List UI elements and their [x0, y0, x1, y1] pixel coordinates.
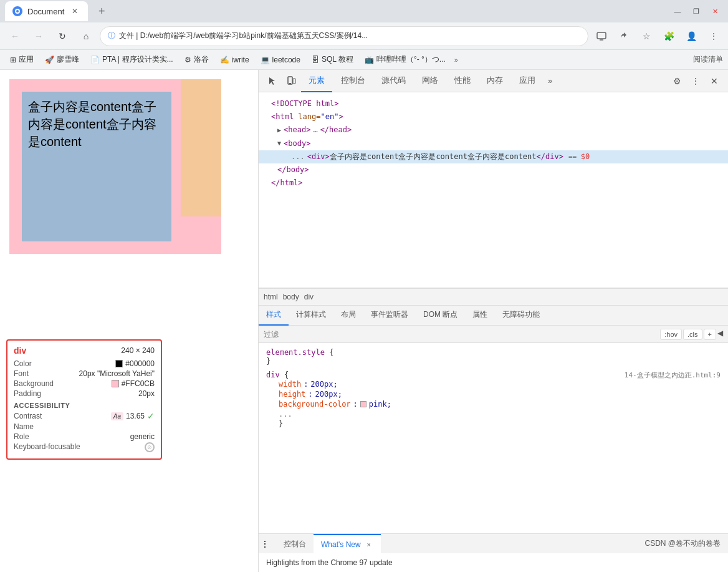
close-button[interactable]: ✕ — [707, 3, 723, 19]
bookmark-bilibili[interactable]: 📺 哔哩哔哩（°- °）つ... — [360, 52, 451, 67]
share-btn[interactable] — [615, 27, 633, 46]
bookmark-btn[interactable]: ☆ — [637, 27, 656, 46]
source-line-doctype: <!DOCTYPE html> — [259, 97, 728, 110]
devtools-tab-network[interactable]: 网络 — [414, 70, 446, 92]
reading-list-btn[interactable]: 阅读清单 — [693, 54, 723, 65]
breadcrumb-body[interactable]: body — [283, 293, 299, 301]
styles-tab-dombreakpoints[interactable]: DOM 断点 — [416, 306, 465, 326]
window-controls: — ❐ ✕ — [669, 3, 723, 19]
devtools-settings-btn[interactable]: ⚙ — [668, 72, 686, 90]
breadcrumb-html[interactable]: html — [264, 293, 278, 301]
filter-actions: :hov .cls + ◀ — [660, 329, 723, 340]
profile-btn[interactable]: 👤 — [682, 27, 701, 46]
apps-icon: ⊞ — [10, 56, 16, 64]
sql-icon: 🗄 — [312, 56, 319, 64]
prop-name: Name — [14, 422, 155, 431]
collapse-btn[interactable]: ◀ — [717, 329, 723, 340]
bookmark-apps[interactable]: ⊞ 应用 — [5, 52, 39, 67]
body-expand[interactable]: ▼ — [277, 138, 281, 148]
element-size: 240 × 240 — [121, 346, 155, 355]
cls-btn[interactable]: .cls — [683, 329, 702, 340]
devtools-tab-sources[interactable]: 源代码 — [374, 70, 413, 92]
webpage-content: 盒子内容是content盒子内容是content盒子内容是content div… — [0, 70, 258, 572]
devtools-tab-memory[interactable]: 内存 — [479, 70, 510, 92]
styles-filter-input[interactable] — [264, 327, 658, 341]
bookmarks-more[interactable]: » — [454, 56, 458, 64]
html-close-tag: </html> — [271, 177, 303, 189]
head-ellipsis[interactable]: … — [310, 124, 320, 136]
screenshare-btn[interactable] — [592, 27, 611, 46]
bookmark-sql[interactable]: 🗄 SQL 教程 — [307, 52, 358, 67]
prop-more-dots: ... — [279, 410, 292, 419]
head-expand[interactable]: ▶ — [277, 125, 281, 135]
prop-padding: Padding 20px — [14, 389, 155, 398]
bottom-three-dot[interactable]: ⋮ — [259, 538, 271, 550]
bilibili-icon: 📺 — [365, 56, 374, 64]
devtools-more-btn[interactable]: ⋮ — [687, 72, 704, 90]
bookmark-lxy-label: 廖雪峰 — [57, 54, 79, 65]
reading-list-label: 阅读清单 — [693, 54, 723, 65]
bookmark-pta[interactable]: 📄 PTA | 程序设计类实... — [85, 52, 178, 67]
source-line-body: ▼ <body> — [259, 137, 728, 150]
more-btn[interactable]: ⋮ — [704, 27, 723, 46]
svg-rect-5 — [293, 79, 295, 84]
bookmark-lxy[interactable]: 🚀 廖雪峰 — [40, 52, 84, 67]
forward-button[interactable]: → — [29, 26, 49, 46]
bottom-tabs: 控制台 What's New × — [271, 534, 386, 554]
bookmark-luogu[interactable]: ⚙ 洛谷 — [180, 52, 214, 67]
bottom-tab-whatsnew[interactable]: What's New × — [314, 534, 381, 554]
bookmark-sql-label: SQL 教程 — [322, 54, 353, 65]
style-rule-element: element.style { } — [259, 346, 728, 368]
breadcrumb-div[interactable]: div — [304, 293, 314, 301]
styles-tab-layout[interactable]: 布局 — [333, 306, 363, 326]
cursor-tool-btn[interactable] — [264, 72, 281, 90]
prop-name-bgcolor: background-color — [279, 400, 351, 409]
devtools-close-btn[interactable]: ✕ — [706, 72, 723, 90]
padding-label: Padding — [14, 389, 41, 398]
bottom-tab-console[interactable]: 控制台 — [276, 534, 314, 554]
home-button[interactable]: ⌂ — [76, 26, 96, 46]
role-value: generic — [130, 432, 155, 441]
devtools-tab-application[interactable]: 应用 — [512, 70, 543, 92]
extension-puzzle[interactable]: 🧩 — [659, 27, 678, 46]
devtools-tabs-more[interactable]: » — [544, 70, 556, 92]
styles-tab-style[interactable]: 样式 — [259, 306, 289, 326]
whatsnew-tab-close[interactable]: × — [365, 540, 373, 549]
aa-badge: Aa — [111, 412, 123, 420]
font-label: Font — [14, 369, 29, 378]
devtools-tab-console[interactable]: 控制台 — [333, 70, 373, 92]
restore-button[interactable]: ❐ — [688, 3, 704, 19]
back-button[interactable]: ← — [5, 26, 25, 46]
devtools-tab-performance[interactable]: 性能 — [447, 70, 478, 92]
tab-close-button[interactable]: ✕ — [69, 6, 80, 17]
refresh-button[interactable]: ↻ — [52, 26, 72, 46]
styles-tab-eventlisteners[interactable]: 事件监听器 — [363, 306, 416, 326]
main-content: 盒子内容是content盒子内容是content盒子内容是content div… — [0, 70, 728, 572]
padding-value: 20px — [138, 389, 155, 398]
dom-eq0: $0 — [581, 151, 590, 163]
style-prop-height: height : 200px; — [266, 389, 721, 399]
styles-tab-accessibility[interactable]: 无障碍功能 — [495, 306, 547, 326]
style-rule-div: div { 14-盒子模型之内边距.html:9 width : 200px; … — [259, 368, 728, 430]
bottom-right-text: CSDN @卷不动的卷卷 — [644, 538, 728, 549]
active-tab[interactable]: Document ✕ — [5, 1, 88, 21]
minimize-button[interactable]: — — [669, 3, 686, 19]
element-header: div 240 × 240 — [14, 346, 155, 356]
styles-tab-properties[interactable]: 属性 — [465, 306, 495, 326]
device-tool-btn[interactable] — [282, 72, 300, 90]
console-tab-label: 控制台 — [284, 539, 306, 550]
div-line-ellipsis[interactable]: ... — [289, 151, 307, 163]
devtools-tab-elements[interactable]: 元素 — [301, 70, 332, 92]
styles-tab-computed[interactable]: 计算样式 — [289, 306, 333, 326]
address-input[interactable]: ⓘ 文件 | D:/web前端学习/web前端学习b站pink/前端基础第五天C… — [100, 26, 588, 46]
new-tab-button[interactable]: + — [93, 2, 110, 20]
bookmark-leetcode[interactable]: 💻 leetcode — [256, 53, 305, 67]
plus-btn[interactable]: + — [704, 329, 716, 340]
hov-btn[interactable]: :hov — [660, 329, 682, 340]
rocket-icon: 🚀 — [45, 56, 54, 64]
div-open-tag: <div> — [307, 151, 330, 163]
style-source-link[interactable]: 14-盒子模型之内边距.html:9 — [625, 371, 721, 380]
whatsnew-tab-label: What's New — [321, 540, 361, 549]
source-line-div[interactable]: ... <div>盒子内容是content盒子内容是content盒子内容是co… — [259, 150, 728, 163]
bookmark-iwrite[interactable]: ✍ iwrite — [215, 53, 254, 67]
